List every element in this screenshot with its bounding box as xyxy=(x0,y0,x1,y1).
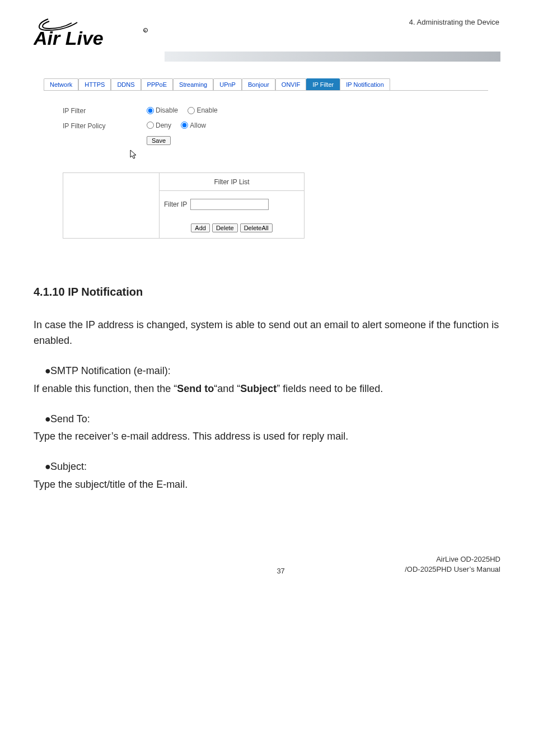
tab-streaming[interactable]: Streaming xyxy=(173,78,213,90)
ip-filter-disable-radio[interactable] xyxy=(147,107,154,114)
ip-filter-enable-option[interactable]: Enable xyxy=(188,106,217,114)
ip-filter-disable-option[interactable]: Disable xyxy=(147,106,178,114)
bullet-icon: ● xyxy=(34,363,50,379)
ip-filter-enable-radio[interactable] xyxy=(188,107,195,114)
filter-ip-list-header: Filter IP List xyxy=(160,173,304,191)
page-number: 37 xyxy=(157,567,405,575)
bullet-icon: ● xyxy=(34,412,50,427)
tab-bar: Network HTTPS DDNS PPPoE Streaming UPnP … xyxy=(44,78,488,91)
ip-filter-deny-radio[interactable] xyxy=(147,122,154,129)
tab-ip-filter[interactable]: IP Filter xyxy=(306,78,340,90)
ip-filter-allow-text: Allow xyxy=(190,122,206,129)
tab-ddns[interactable]: DDNS xyxy=(111,78,140,90)
ip-filter-disable-text: Disable xyxy=(156,106,178,114)
footer-model-1: AirLive OD-2025HD xyxy=(405,554,500,564)
save-button[interactable]: Save xyxy=(147,136,171,145)
bullet-icon: ● xyxy=(34,459,50,475)
tab-ip-notification[interactable]: IP Notification xyxy=(340,78,390,90)
filter-ip-table: Filter IP List Filter IP Add Delete Dele… xyxy=(63,172,305,239)
tab-upnp[interactable]: UPnP xyxy=(213,78,242,90)
bullet-subject-body: Type the subject/title of the E-mail. xyxy=(34,477,500,493)
header-chapter: 4. Administrating the Device xyxy=(409,18,499,26)
filter-ip-label: Filter IP xyxy=(164,200,187,208)
intro-paragraph: In case the IP address is changed, syste… xyxy=(34,318,500,349)
brand-logo: Air Live R xyxy=(34,17,151,48)
header-divider xyxy=(34,52,500,62)
ip-filter-allow-radio[interactable] xyxy=(181,122,188,129)
add-button[interactable]: Add xyxy=(191,223,210,232)
svg-text:Air Live: Air Live xyxy=(34,27,104,48)
bullet-smtp-title: SMTP Notification (e-mail): xyxy=(50,363,171,379)
cursor-icon xyxy=(130,150,488,161)
tab-network[interactable]: Network xyxy=(44,78,78,90)
ip-filter-screenshot: Network HTTPS DDNS PPPoE Streaming UPnP … xyxy=(44,78,488,250)
footer-model-2: /OD-2025PHD User’s Manual xyxy=(405,564,500,575)
bullet-sendto-body: Type the receiver’s e-mail address. This… xyxy=(34,429,500,445)
ip-filter-deny-text: Deny xyxy=(156,122,171,129)
filter-ip-input[interactable] xyxy=(190,199,269,210)
ip-filter-allow-option[interactable]: Allow xyxy=(181,122,206,129)
ip-filter-policy-label: IP Filter Policy xyxy=(63,122,147,130)
tab-https[interactable]: HTTPS xyxy=(78,78,111,90)
tab-bonjour[interactable]: Bonjour xyxy=(242,78,275,90)
delete-button[interactable]: Delete xyxy=(212,223,238,232)
ip-filter-enable-text: Enable xyxy=(196,106,217,114)
tab-pppoe[interactable]: PPPoE xyxy=(141,78,173,90)
bullet-sendto-title: Send To: xyxy=(50,412,90,427)
bullet-smtp-body: If enable this function, then the “Send … xyxy=(34,381,500,397)
ip-filter-deny-option[interactable]: Deny xyxy=(147,122,171,129)
delete-all-button[interactable]: DeleteAll xyxy=(240,223,273,232)
section-heading: 4.1.10 IP Notification xyxy=(34,283,500,301)
bullet-subject-title: Subject: xyxy=(50,459,87,475)
ip-filter-label: IP Filter xyxy=(63,107,147,115)
tab-onvif[interactable]: ONVIF xyxy=(275,78,307,90)
svg-text:R: R xyxy=(144,29,146,32)
